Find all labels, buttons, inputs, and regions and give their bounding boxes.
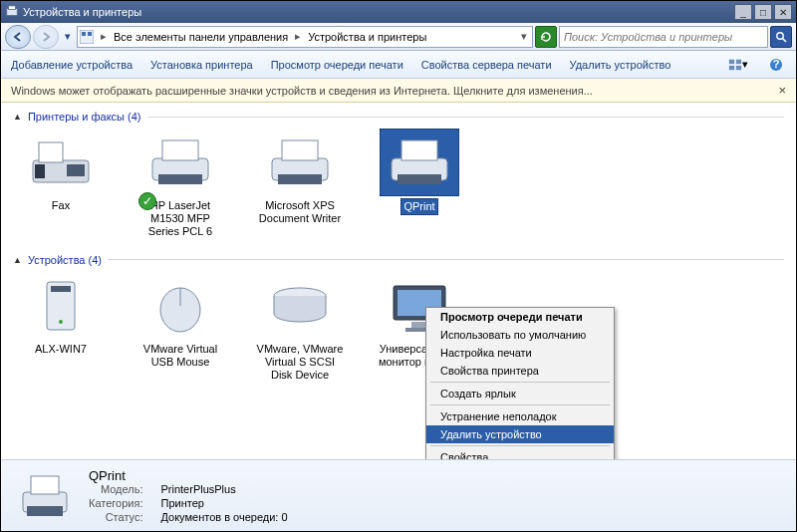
fax-icon [21, 129, 101, 196]
printer-item-fax[interactable]: Fax [13, 129, 109, 240]
device-label: VMware, VMware Virtual S SCSI Disk Devic… [252, 342, 348, 384]
ctx-create-shortcut[interactable]: Создать ярлык [426, 385, 614, 402]
view-menu-button[interactable]: ▾ [728, 55, 748, 75]
svg-rect-7 [729, 59, 734, 63]
svg-rect-3 [82, 32, 86, 36]
svg-rect-15 [67, 164, 85, 176]
device-item-disk[interactable]: VMware, VMware Virtual S SCSI Disk Devic… [252, 272, 348, 384]
group-printers-header[interactable]: ▲ Принтеры и факсы (4) [13, 111, 784, 123]
svg-point-28 [59, 320, 63, 324]
details-category-value: Принтер [160, 497, 287, 509]
svg-rect-24 [401, 140, 437, 160]
printer-label: Fax [50, 198, 72, 213]
breadcrumb-2[interactable]: Устройства и принтеры [308, 31, 426, 43]
ctx-print-prefs[interactable]: Настройка печати [426, 344, 614, 362]
printer-item-hp[interactable]: ✓ HP LaserJet M1530 MFP Series PCL 6 [133, 129, 228, 240]
maximize-button[interactable]: □ [754, 4, 772, 20]
ctx-troubleshoot[interactable]: Устранение неполадок [426, 407, 614, 425]
search-box[interactable] [559, 26, 768, 48]
collapse-icon: ▲ [13, 112, 22, 122]
close-button[interactable]: ✕ [774, 4, 792, 20]
printer-icon [260, 129, 340, 196]
printer-label: Microsoft XPS Document Writer [252, 198, 348, 226]
minimize-button[interactable]: _ [734, 4, 752, 20]
printer-icon [380, 129, 459, 196]
ctx-properties[interactable]: Свойства [426, 448, 614, 459]
forward-button[interactable] [33, 25, 59, 49]
device-label: VMware Virtual USB Mouse [133, 342, 228, 370]
ctx-set-default[interactable]: Использовать по умолчанию [426, 326, 614, 344]
control-panel-icon [80, 30, 94, 44]
svg-rect-9 [729, 65, 734, 69]
breadcrumb-sep: ▸ [98, 30, 110, 43]
back-button[interactable] [5, 25, 31, 49]
search-input[interactable] [564, 31, 763, 43]
details-model-value: PrinterPlusPlus [160, 483, 287, 495]
context-menu: Просмотр очереди печати Использовать по … [425, 307, 615, 459]
collapse-icon: ▲ [13, 255, 22, 265]
printer-icon [17, 468, 73, 524]
help-button[interactable]: ? [766, 55, 786, 75]
default-check-icon: ✓ [138, 192, 156, 210]
svg-rect-16 [35, 164, 45, 178]
svg-rect-38 [27, 506, 63, 516]
ctx-printer-props[interactable]: Свойства принтера [426, 362, 614, 380]
history-dropdown[interactable]: ▾ [61, 26, 75, 48]
svg-rect-14 [39, 142, 63, 162]
printer-item-qprint[interactable]: QPrint [372, 129, 467, 240]
breadcrumb-1[interactable]: Все элементы панели управления [114, 31, 288, 43]
svg-rect-18 [162, 140, 198, 160]
server-props-button[interactable]: Свойства сервера печати [421, 59, 552, 71]
svg-rect-4 [88, 32, 92, 36]
details-name: QPrint [89, 468, 288, 483]
notification-bar[interactable]: Windows может отображать расширенные зна… [1, 79, 796, 103]
printer-item-xps[interactable]: Microsoft XPS Document Writer [252, 129, 348, 240]
devices-list: ALX-WIN7 VMware Virtual USB Mouse VMware… [13, 272, 784, 384]
svg-rect-22 [278, 174, 322, 184]
mouse-icon [140, 272, 220, 340]
notification-text: Windows может отображать расширенные зна… [11, 85, 593, 97]
device-item-computer[interactable]: ALX-WIN7 [13, 272, 109, 384]
add-printer-button[interactable]: Установка принтера [150, 59, 253, 71]
refresh-button[interactable] [535, 26, 557, 48]
svg-rect-37 [31, 476, 59, 494]
svg-rect-10 [736, 65, 741, 69]
details-pane: QPrint Модель: PrinterPlusPlus Категория… [1, 459, 796, 531]
svg-rect-27 [51, 286, 71, 292]
ctx-remove-device[interactable]: Удалить устройство [426, 425, 614, 443]
ctx-view-queue[interactable]: Просмотр очереди печати [426, 308, 614, 326]
svg-line-6 [783, 38, 787, 42]
disk-icon [260, 272, 340, 340]
remove-device-button[interactable]: Удалить устройство [570, 59, 671, 71]
window-title: Устройства и принтеры [23, 6, 734, 18]
device-label: ALX-WIN7 [33, 342, 89, 357]
printer-icon [140, 129, 220, 196]
svg-rect-21 [282, 140, 318, 160]
address-dropdown[interactable]: ▾ [518, 30, 530, 43]
titlebar: Устройства и принтеры _ □ ✕ [1, 1, 796, 23]
svg-rect-8 [736, 59, 741, 63]
printers-list: Fax ✓ HP LaserJet M1530 MFP Series PCL 6… [13, 129, 784, 240]
search-button[interactable] [770, 26, 792, 48]
command-bar: Добавление устройства Установка принтера… [1, 51, 796, 79]
details-status-key: Статус: [89, 511, 142, 523]
printer-label: QPrint [400, 198, 437, 215]
navbar: ▾ ▸ Все элементы панели управления ▸ Уст… [1, 23, 796, 51]
svg-rect-25 [398, 174, 441, 184]
app-icon [5, 5, 19, 19]
view-queue-button[interactable]: Просмотр очереди печати [271, 59, 403, 71]
group-devices-title: Устройства (4) [28, 254, 102, 266]
computer-icon [21, 272, 101, 340]
device-item-mouse[interactable]: VMware Virtual USB Mouse [133, 272, 228, 384]
svg-rect-19 [158, 174, 202, 184]
group-printers-title: Принтеры и факсы (4) [28, 111, 141, 123]
add-device-button[interactable]: Добавление устройства [11, 59, 133, 71]
content-area: ▲ Принтеры и факсы (4) Fax ✓ HP LaserJet… [1, 103, 796, 459]
address-bar[interactable]: ▸ Все элементы панели управления ▸ Устро… [77, 26, 533, 48]
details-category-key: Категория: [89, 497, 142, 509]
notification-close[interactable]: × [778, 83, 786, 98]
details-model-key: Модель: [89, 483, 142, 495]
details-status-value: Документов в очереди: 0 [160, 511, 287, 523]
svg-text:?: ? [773, 58, 780, 70]
group-devices-header[interactable]: ▲ Устройства (4) [13, 254, 784, 266]
